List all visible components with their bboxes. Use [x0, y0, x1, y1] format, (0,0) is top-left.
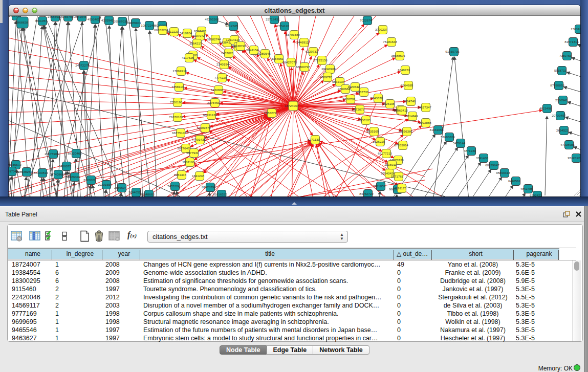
- svg-text:84252722: 84252722: [359, 192, 374, 195]
- svg-text:3871230: 3871230: [464, 149, 476, 152]
- svg-text:2264748: 2264748: [403, 99, 416, 103]
- svg-text:45935572: 45935572: [9, 163, 21, 166]
- svg-text:39587039: 39587039: [114, 19, 128, 23]
- svg-text:3154051: 3154051: [271, 57, 284, 60]
- svg-text:1981186: 1981186: [182, 160, 194, 164]
- svg-text:2016911: 2016911: [384, 163, 397, 166]
- svg-text:5446912: 5446912: [296, 40, 309, 44]
- svg-text:83863413: 83863413: [394, 108, 408, 112]
- svg-text:38688676: 38688676: [391, 54, 405, 57]
- svg-text:1987737: 1987737: [356, 90, 369, 94]
- svg-text:18724007: 18724007: [285, 104, 299, 107]
- svg-text:42868828: 42868828: [14, 20, 28, 24]
- svg-text:6672134: 6672134: [332, 80, 345, 83]
- svg-text:29175900: 29175900: [45, 152, 59, 156]
- svg-text:22201654: 22201654: [98, 183, 112, 186]
- svg-text:2839607: 2839607: [114, 186, 127, 189]
- svg-text:47295260: 47295260: [205, 17, 219, 21]
- svg-text:2375453: 2375453: [207, 101, 220, 104]
- svg-text:34627347: 34627347: [417, 105, 431, 109]
- svg-text:75181648: 75181648: [383, 40, 397, 43]
- svg-text:81971316: 81971316: [564, 40, 579, 43]
- svg-text:6440561: 6440561: [508, 179, 521, 183]
- svg-text:1120642: 1120642: [347, 85, 360, 89]
- svg-text:2921859: 2921859: [373, 184, 386, 188]
- svg-text:58586340: 58586340: [66, 175, 80, 179]
- svg-text:28814949: 28814949: [404, 114, 418, 118]
- svg-text:6229731: 6229731: [306, 50, 318, 53]
- svg-text:5479144: 5479144: [453, 141, 466, 145]
- svg-text:4539704: 4539704: [9, 169, 17, 173]
- svg-text:26240908: 26240908: [321, 67, 336, 71]
- svg-text:98231132: 98231132: [203, 113, 217, 117]
- svg-text:28740864: 28740864: [50, 172, 64, 176]
- svg-text:30776478: 30776478: [177, 146, 191, 150]
- svg-text:24972279: 24972279: [75, 63, 90, 67]
- svg-text:5672073: 5672073: [352, 107, 365, 111]
- svg-text:5418934: 5418934: [180, 31, 192, 35]
- svg-text:31831063: 31831063: [429, 128, 444, 132]
- svg-text:7374122: 7374122: [277, 24, 290, 28]
- svg-text:2564689: 2564689: [401, 83, 413, 87]
- svg-text:2626229: 2626229: [373, 140, 385, 143]
- svg-text:5171761: 5171761: [391, 174, 404, 178]
- svg-text:10872248: 10872248: [141, 24, 155, 27]
- svg-text:5041154: 5041154: [246, 48, 258, 52]
- svg-text:57553014: 57553014: [394, 143, 408, 147]
- svg-text:12614124: 12614124: [226, 38, 240, 41]
- svg-text:6543670: 6543670: [371, 96, 383, 100]
- svg-text:60929647: 60929647: [485, 163, 499, 167]
- svg-text:15831819: 15831819: [571, 27, 580, 31]
- svg-text:4823498: 4823498: [539, 106, 552, 110]
- svg-text:90048665: 90048665: [140, 192, 155, 196]
- svg-text:89978790: 89978790: [202, 185, 216, 189]
- svg-text:4191175: 4191175: [394, 186, 406, 190]
- svg-text:68800797: 68800797: [296, 65, 310, 69]
- svg-text:1848731: 1848731: [398, 68, 410, 72]
- svg-text:3564217: 3564217: [189, 41, 202, 45]
- svg-text:5408072: 5408072: [59, 164, 72, 168]
- svg-text:63100814: 63100814: [34, 171, 48, 174]
- svg-text:1841248: 1841248: [192, 174, 205, 178]
- svg-text:4612365: 4612365: [226, 24, 238, 28]
- svg-text:2458591: 2458591: [48, 16, 60, 18]
- svg-text:95320121: 95320121: [568, 156, 580, 160]
- svg-text:3320821: 3320821: [83, 178, 96, 182]
- svg-text:3741438: 3741438: [476, 156, 489, 160]
- svg-text:4903402: 4903402: [88, 17, 100, 21]
- svg-text:42138745: 42138745: [232, 44, 246, 48]
- svg-text:4117625: 4117625: [182, 56, 194, 59]
- svg-text:7022674: 7022674: [360, 18, 373, 22]
- svg-text:2694522: 2694522: [556, 128, 569, 132]
- svg-text:5130808: 5130808: [211, 88, 224, 92]
- svg-text:2130789: 2130789: [343, 97, 356, 101]
- svg-text:87490893: 87490893: [550, 83, 564, 87]
- svg-text:5977931: 5977931: [186, 151, 199, 155]
- svg-text:4769795: 4769795: [320, 75, 333, 79]
- svg-text:2140194: 2140194: [216, 62, 229, 66]
- svg-text:91030736: 91030736: [445, 50, 460, 53]
- svg-text:38427073: 38427073: [282, 60, 297, 64]
- svg-text:6271130: 6271130: [308, 138, 320, 141]
- svg-text:38538251: 38538251: [18, 170, 32, 173]
- svg-text:3684052: 3684052: [128, 190, 141, 194]
- svg-text:8612220: 8612220: [166, 30, 179, 33]
- svg-text:6007072: 6007072: [192, 34, 205, 37]
- svg-text:8935169: 8935169: [366, 129, 379, 133]
- svg-text:14265799: 14265799: [59, 16, 74, 18]
- svg-text:57683626: 57683626: [441, 135, 455, 139]
- svg-text:47308985: 47308985: [560, 143, 575, 146]
- svg-text:6292423: 6292423: [530, 193, 542, 196]
- svg-text:81016525: 81016525: [213, 192, 227, 196]
- svg-text:66775103: 66775103: [172, 131, 186, 135]
- svg-text:20709497: 20709497: [552, 114, 566, 117]
- svg-text:89089901: 89089901: [127, 21, 141, 25]
- svg-text:9626108: 9626108: [382, 102, 395, 105]
- svg-text:77491435: 77491435: [191, 138, 206, 141]
- svg-text:19289546: 19289546: [256, 52, 271, 55]
- svg-text:2166941: 2166941: [555, 98, 568, 102]
- svg-text:95899313: 95899313: [496, 171, 510, 174]
- svg-text:7358113: 7358113: [171, 85, 184, 89]
- svg-text:71070189: 71070189: [169, 115, 183, 119]
- svg-text:65177213: 65177213: [378, 151, 392, 155]
